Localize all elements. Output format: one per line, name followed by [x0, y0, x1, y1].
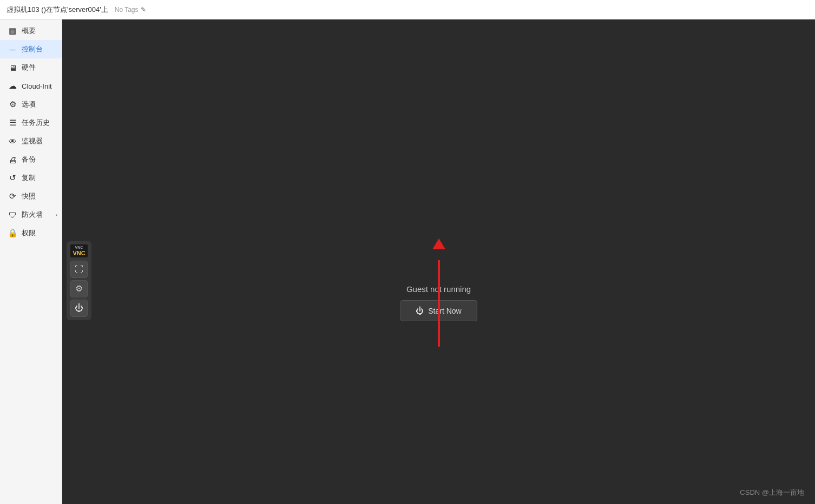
snapshots-label: 快照 — [22, 191, 36, 201]
sidebar: ▦概要─控制台🖥硬件☁Cloud-Init⚙选项☰任务历史👁监视器🖨备份↺复制⟳… — [0, 19, 62, 504]
monitor-label: 监视器 — [22, 136, 43, 146]
vnc-screenshot-button[interactable]: ⛶ — [70, 261, 88, 278]
start-power-icon: ⏻ — [416, 306, 424, 315]
backup-icon: 🖨 — [8, 155, 17, 164]
snapshots-icon: ⟳ — [8, 191, 17, 201]
start-now-label: Start Now — [428, 307, 461, 315]
tags-area: No Tags ✎ — [115, 6, 146, 14]
vnc-settings-button[interactable]: ⚙ — [70, 280, 88, 297]
vm-title: 虚拟机103 ()在节点'server004'上 — [6, 5, 108, 15]
sidebar-item-hardware[interactable]: 🖥硬件 — [0, 58, 62, 77]
backup-label: 备份 — [22, 155, 36, 164]
replication-icon: ↺ — [8, 173, 17, 183]
hardware-icon: 🖥 — [8, 63, 17, 72]
chevron-right-icon: › — [55, 211, 57, 218]
vnc-power-button[interactable]: ⏻ — [70, 300, 88, 317]
screenshot-icon: ⛶ — [75, 264, 83, 274]
taskhistory-label: 任务历史 — [22, 118, 50, 128]
sidebar-item-cloudinit[interactable]: ☁Cloud-Init — [0, 77, 62, 95]
watermark: CSDN @上海一亩地 — [740, 488, 804, 498]
firewall-label: 防火墙 — [22, 210, 43, 220]
sidebar-item-permissions[interactable]: 🔒权限 — [0, 224, 62, 242]
vnc-panel: VNC VNC ⛶ ⚙ ⏻ — [67, 241, 91, 320]
cloudinit-icon: ☁ — [8, 81, 17, 91]
top-bar: 虚拟机103 ()在节点'server004'上 No Tags ✎ — [0, 0, 815, 19]
tags-label: No Tags — [115, 6, 139, 14]
sidebar-item-snapshots[interactable]: ⟳快照 — [0, 187, 62, 205]
sidebar-item-backup[interactable]: 🖨备份 — [0, 150, 62, 169]
settings-icon: ⚙ — [75, 283, 83, 294]
arrow-head — [432, 238, 445, 249]
sidebar-item-console[interactable]: ─控制台 — [0, 40, 62, 58]
permissions-label: 权限 — [22, 228, 36, 238]
sidebar-item-firewall[interactable]: 🛡防火墙› — [0, 205, 62, 224]
power-icon: ⏻ — [75, 303, 83, 313]
sidebar-item-options[interactable]: ⚙选项 — [0, 95, 62, 114]
console-icon: ─ — [8, 45, 17, 54]
sidebar-item-overview[interactable]: ▦概要 — [0, 22, 62, 40]
edit-tags-icon[interactable]: ✎ — [141, 6, 146, 14]
vnc-text-top: VNC — [75, 246, 83, 250]
replication-label: 复制 — [22, 173, 36, 183]
sidebar-item-replication[interactable]: ↺复制 — [0, 169, 62, 187]
vnc-logo: VNC VNC — [70, 244, 87, 257]
content-area: VNC VNC ⛶ ⚙ ⏻ Guest not running ⏻ Start … — [62, 19, 815, 504]
sidebar-item-taskhistory[interactable]: ☰任务历史 — [0, 114, 62, 132]
arrow-shaft — [438, 260, 440, 347]
taskhistory-icon: ☰ — [8, 118, 17, 128]
main-layout: ▦概要─控制台🖥硬件☁Cloud-Init⚙选项☰任务历史👁监视器🖨备份↺复制⟳… — [0, 19, 815, 504]
cloudinit-label: Cloud-Init — [22, 82, 52, 90]
sidebar-item-monitor[interactable]: 👁监视器 — [0, 132, 62, 150]
overview-label: 概要 — [22, 26, 36, 36]
monitor-icon: 👁 — [8, 137, 17, 146]
red-arrow — [432, 336, 445, 347]
firewall-icon: 🛡 — [8, 210, 17, 220]
overview-icon: ▦ — [8, 26, 17, 36]
options-label: 选项 — [22, 100, 36, 109]
permissions-icon: 🔒 — [8, 228, 17, 238]
console-label: 控制台 — [22, 44, 43, 54]
vnc-text-main: VNC — [73, 250, 85, 256]
hardware-label: 硬件 — [22, 63, 36, 72]
options-icon: ⚙ — [8, 100, 17, 109]
